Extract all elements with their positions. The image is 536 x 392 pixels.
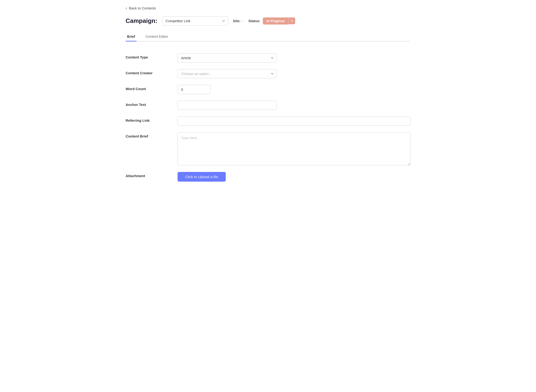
anchor-text-input[interactable]: [178, 101, 277, 110]
content-type-field: Article Blog Post Guest Post Press Relea…: [178, 50, 410, 66]
back-arrow-icon: ‹: [126, 6, 127, 11]
referring-link-label: Referring Link: [126, 113, 178, 129]
attachment-field: Click to Upload a file: [178, 169, 410, 185]
content-brief-label: Content Brief: [126, 129, 178, 169]
content-brief-field: [178, 129, 410, 169]
anchor-text-field: [178, 98, 410, 113]
tabs-row: Brief Content Editor: [126, 32, 410, 42]
back-link-label: Back to Contents: [129, 6, 156, 10]
content-creator-select[interactable]: Choose an option...: [178, 69, 277, 78]
content-creator-label: Content Creator: [126, 66, 178, 82]
site-section: Site: -: [233, 19, 244, 23]
status-badge: In Progress: [263, 18, 289, 24]
content-brief-textarea[interactable]: [178, 132, 410, 165]
campaign-select[interactable]: Competitor Link: [162, 16, 228, 25]
campaign-label: Campaign:: [126, 17, 157, 24]
referring-link-input[interactable]: [178, 117, 410, 126]
tab-brief[interactable]: Brief: [126, 32, 137, 42]
content-type-select[interactable]: Article Blog Post Guest Post Press Relea…: [178, 53, 277, 62]
status-dropdown-button[interactable]: ▾: [289, 18, 295, 24]
content-creator-field: Choose an option...: [178, 66, 410, 82]
content-type-label: Content Type: [126, 50, 178, 66]
tab-content-editor[interactable]: Content Editor: [144, 32, 170, 42]
word-count-label: Word Count: [126, 82, 178, 98]
back-to-contents-link[interactable]: ‹ Back to Contents: [126, 6, 410, 11]
attachment-label: Attachment: [126, 169, 178, 185]
chevron-down-icon: ▾: [291, 19, 293, 23]
status-section: Status: In Progress ▾: [248, 18, 295, 24]
status-label: Status:: [248, 19, 261, 23]
word-count-field: [178, 82, 410, 98]
site-value: -: [242, 19, 244, 23]
referring-link-field: [178, 113, 410, 129]
word-count-input[interactable]: [178, 85, 211, 94]
anchor-text-label: Anchor Text: [126, 98, 178, 113]
site-label: Site:: [233, 19, 241, 23]
upload-file-button[interactable]: Click to Upload a file: [178, 172, 226, 182]
status-badge-wrapper: In Progress ▾: [263, 18, 295, 24]
brief-form: Content Type Article Blog Post Guest Pos…: [126, 50, 410, 185]
page-header: Campaign: Competitor Link Site: - Status…: [126, 16, 410, 25]
